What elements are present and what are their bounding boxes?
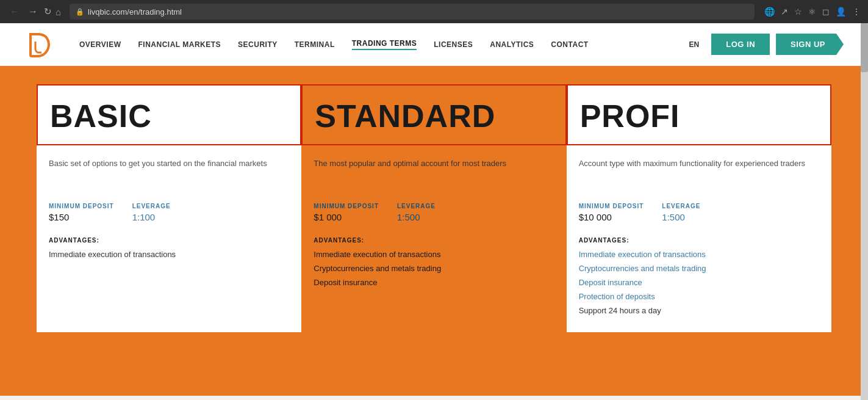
profi-leverage-label: LEVERAGE <box>662 203 700 209</box>
forward-button[interactable]: → <box>26 5 40 18</box>
basic-leverage-label: LEVERAGE <box>132 203 171 209</box>
profi-leverage-group: LEVERAGE 1:500 <box>662 203 700 222</box>
profi-advantages-label: ADVANTAGES: <box>579 237 819 244</box>
main-nav: OVERVIEW FINANCIAL MARKETS SECURITY TERM… <box>79 39 689 50</box>
plan-basic-title: BASIC <box>50 98 288 134</box>
nav-contact[interactable]: CONTACT <box>551 40 588 49</box>
standard-min-deposit-label: MINIMUM DEPOSIT <box>314 203 379 209</box>
standard-advantage-2[interactable]: Deposit insurance <box>314 278 554 287</box>
profi-leverage-value: 1:500 <box>662 212 700 222</box>
basic-min-deposit-label: MINIMUM DEPOSIT <box>49 203 114 209</box>
browser-chrome: ← → ↻ ⌂ 🔒 livqbic.com/en/trading.html 🌐 … <box>0 0 868 23</box>
main-content: BASIC Basic set of options to get you st… <box>0 66 868 396</box>
plan-basic-header: BASIC <box>37 84 301 145</box>
browser-icons: 🌐 ↗ ☆ ⚛ ◻ 👤 ⋮ <box>764 7 861 16</box>
profi-min-deposit-value: $10 000 <box>579 212 644 222</box>
profi-advantage-0[interactable]: Immediate execution of transactions <box>579 250 819 259</box>
login-button[interactable]: LOG IN <box>711 34 770 55</box>
plan-profi-header: PROFI <box>567 84 831 145</box>
standard-min-deposit-value: $1 000 <box>314 212 379 222</box>
standard-leverage-group: LEVERAGE 1:500 <box>397 203 436 222</box>
site-header: OVERVIEW FINANCIAL MARKETS SECURITY TERM… <box>0 23 868 66</box>
nav-financial-markets[interactable]: FINANCIAL MARKETS <box>138 40 221 49</box>
profi-advantage-1[interactable]: Cryptocurrencies and metals trading <box>579 264 819 273</box>
basic-advantages-label: ADVANTAGES: <box>49 237 289 244</box>
logo[interactable] <box>24 29 55 60</box>
nav-licenses[interactable]: LICENSES <box>434 40 473 49</box>
extension-icon[interactable]: ⚛ <box>808 7 816 16</box>
translate-icon[interactable]: 🌐 <box>764 7 775 16</box>
profi-advantage-3[interactable]: Protection of deposits <box>579 292 819 301</box>
plan-profi: PROFI Account type with maximum function… <box>567 84 831 332</box>
standard-min-deposit-group: MINIMUM DEPOSIT $1 000 <box>314 203 379 222</box>
browser-nav: ← → ↻ ⌂ <box>7 5 61 18</box>
scrollbar-thumb[interactable] <box>861 23 868 72</box>
refresh-button[interactable]: ↻ <box>44 5 52 18</box>
lock-icon: 🔒 <box>76 8 84 16</box>
scrollbar[interactable] <box>861 23 868 396</box>
nav-trading-terms[interactable]: TRADING TERMS <box>352 39 417 50</box>
menu-icon[interactable]: ⋮ <box>852 7 861 16</box>
plan-standard-header: STANDARD <box>301 84 566 145</box>
plan-standard: STANDARD The most popular and optimal ac… <box>301 84 566 332</box>
plan-profi-title: PROFI <box>580 98 818 134</box>
profi-min-deposit-label: MINIMUM DEPOSIT <box>579 203 644 209</box>
fullscreen-icon[interactable]: ◻ <box>822 7 830 16</box>
share-icon[interactable]: ↗ <box>781 7 788 16</box>
plan-standard-desc: The most popular and optimal account for… <box>314 158 554 188</box>
plan-basic-stats: MINIMUM DEPOSIT $150 LEVERAGE 1:100 <box>49 203 289 222</box>
standard-advantage-0[interactable]: Immediate execution of transactions <box>314 250 554 259</box>
plan-profi-body: Account type with maximum functionality … <box>567 145 831 332</box>
bookmark-icon[interactable]: ☆ <box>794 7 802 16</box>
profi-advantage-4[interactable]: Support 24 hours a day <box>579 306 819 315</box>
nav-terminal[interactable]: TERMINAL <box>295 40 335 49</box>
signup-button[interactable]: SIGN UP <box>776 34 844 55</box>
basic-advantage-0[interactable]: Immediate execution of transactions <box>49 250 289 259</box>
plan-standard-body: The most popular and optimal account for… <box>301 145 566 304</box>
standard-advantages-label: ADVANTAGES: <box>314 237 554 244</box>
basic-min-deposit-value: $150 <box>49 212 114 222</box>
back-button[interactable]: ← <box>7 5 22 18</box>
plan-profi-desc: Account type with maximum functionality … <box>579 158 819 188</box>
plan-basic-body: Basic set of options to get you started … <box>37 145 301 276</box>
plans-container: BASIC Basic set of options to get you st… <box>37 84 831 332</box>
basic-leverage-group: LEVERAGE 1:100 <box>132 203 171 222</box>
home-button[interactable]: ⌂ <box>56 5 61 18</box>
nav-analytics[interactable]: ANALYTICS <box>490 40 534 49</box>
plan-profi-stats: MINIMUM DEPOSIT $10 000 LEVERAGE 1:500 <box>579 203 819 222</box>
profi-min-deposit-group: MINIMUM DEPOSIT $10 000 <box>579 203 644 222</box>
lang-switch[interactable]: EN <box>689 40 700 49</box>
url-text: livqbic.com/en/trading.html <box>88 7 182 16</box>
plan-basic: BASIC Basic set of options to get you st… <box>37 84 301 332</box>
basic-leverage-value: 1:100 <box>132 212 171 222</box>
basic-min-deposit-group: MINIMUM DEPOSIT $150 <box>49 203 114 222</box>
nav-overview[interactable]: OVERVIEW <box>79 40 121 49</box>
standard-leverage-label: LEVERAGE <box>397 203 436 209</box>
profile-icon[interactable]: 👤 <box>836 7 846 16</box>
plan-basic-desc: Basic set of options to get you started … <box>49 158 289 188</box>
standard-advantage-1[interactable]: Cryptocurrencies and metals trading <box>314 264 554 273</box>
nav-security[interactable]: SECURITY <box>238 40 278 49</box>
profi-advantage-2[interactable]: Deposit insurance <box>579 278 819 287</box>
standard-leverage-value: 1:500 <box>397 212 436 222</box>
address-bar[interactable]: 🔒 livqbic.com/en/trading.html <box>70 4 755 20</box>
plan-standard-stats: MINIMUM DEPOSIT $1 000 LEVERAGE 1:500 <box>314 203 554 222</box>
plan-standard-title: STANDARD <box>315 98 553 134</box>
